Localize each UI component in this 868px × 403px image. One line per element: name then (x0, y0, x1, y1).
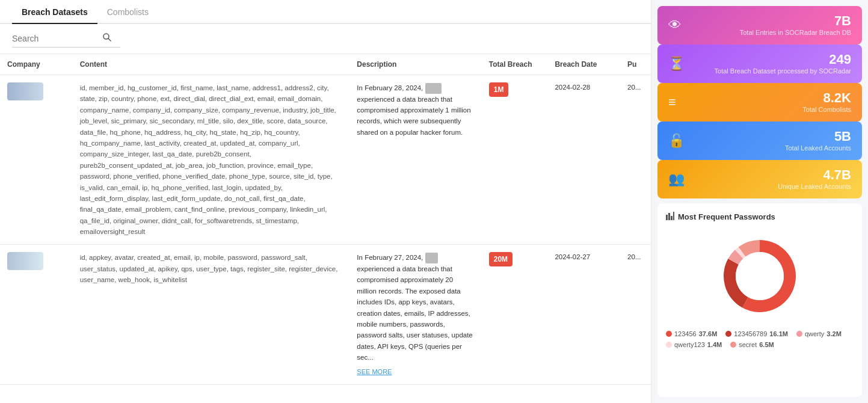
stat-value-unique-leaked-accounts: 4.7B (778, 168, 851, 182)
legend-label-123456: 123456 (674, 330, 697, 337)
content-cell-2: id, appkey, avatar, created_at, email, i… (73, 245, 350, 385)
search-icon[interactable] (102, 32, 112, 45)
stat-card-total-leaked-accounts: 🔓 5B Total Leaked Accounts (657, 122, 862, 160)
total-breach-cell-2: 20M (482, 245, 548, 385)
col-header-company: Company (0, 54, 73, 75)
stat-label-total-combolists: Total Combolists (802, 106, 851, 113)
desc-body-2: experienced a data breach that compromis… (357, 265, 472, 361)
company-logo-1 (7, 82, 43, 100)
chart-title: Most Frequent Passwords (666, 212, 854, 222)
col-header-total-breach: Total Breach (482, 54, 548, 75)
legend-label-123456789: 123456789 (734, 330, 767, 337)
col-header-description: Description (349, 54, 481, 75)
stat-value-total-leaked-accounts: 5B (785, 130, 851, 143)
legend-value-123456: 37.6M (699, 330, 718, 337)
legend-label-secret: secret (739, 341, 757, 348)
pub-cell-1: 20... (620, 75, 651, 245)
stat-icon-unique-leaked-accounts: 👥 (668, 171, 685, 187)
svg-rect-5 (673, 212, 674, 220)
legend-value-secret: 6.5M (759, 341, 774, 348)
tab-combolists[interactable]: Combolists (97, 0, 158, 24)
svg-line-1 (108, 38, 111, 41)
data-table-wrap: Company Content Description Total Breach… (0, 54, 651, 403)
stat-value-total-breach-dataset: 249 (715, 53, 851, 66)
legend-dot-123456789 (725, 331, 731, 337)
content-cell-1: id, member_id, hg_customer_id, first_nam… (73, 75, 350, 245)
blurred-company-name-1 (425, 83, 442, 94)
main-panel: Breach Datasets Combolists Company Conte… (0, 0, 651, 403)
description-cell-1: In February 28, 2024, experienced a data… (349, 75, 481, 245)
donut-chart (666, 228, 854, 324)
legend-item-qwerty: qwerty 3.2M (796, 330, 842, 337)
search-input-wrap (12, 32, 120, 48)
total-breach-cell-1: 1M (482, 75, 548, 245)
right-panel: 👁 7B Total Entries in SOCRadar Breach DB… (651, 0, 868, 403)
desc-prefix-2: In February 27, 2024, (357, 254, 423, 261)
table-row: id, member_id, hg_customer_id, first_nam… (0, 75, 651, 245)
stat-card-total-entries: 👁 7B Total Entries in SOCRadar Breach DB (657, 6, 862, 45)
breach-date-cell-2: 2024-02-27 (547, 245, 620, 385)
stat-label-total-leaked-accounts: Total Leaked Accounts (785, 144, 851, 152)
donut-center (736, 252, 784, 300)
stat-card-total-breach-dataset: ⏳ 249 Total Breach Dataset processed by … (657, 45, 862, 83)
breach-date-cell-1: 2024-02-28 (547, 75, 620, 245)
pub-cell-2: 20... (620, 245, 651, 385)
desc-body-1: experienced a data breach that compromis… (357, 96, 470, 136)
chart-section: Most Frequent Passwords 123456 37.6M 123… (657, 203, 862, 397)
stat-card-total-combolists: ≡ 8.2K Total Combolists (657, 83, 862, 122)
chart-legend: 123456 37.6M 123456789 16.1M qwerty 3.2M… (666, 330, 854, 348)
legend-value-123456789: 16.1M (769, 330, 788, 337)
svg-rect-2 (666, 215, 668, 220)
stat-value-total-entries: 7B (740, 14, 851, 28)
col-header-content: Content (73, 54, 350, 75)
stat-icon-total-entries: 👁 (668, 17, 682, 33)
breach-table: Company Content Description Total Breach… (0, 54, 651, 385)
see-more-link-2[interactable]: SEE MORE (357, 367, 474, 378)
col-header-pub: Pu (620, 54, 651, 75)
search-input[interactable] (12, 34, 102, 43)
legend-label-qwerty: qwerty (805, 330, 824, 337)
legend-label-qwerty123: qwerty123 (674, 341, 705, 348)
legend-item-123456789: 123456789 16.1M (725, 330, 788, 337)
stat-text-total-entries: 7B Total Entries in SOCRadar Breach DB (740, 14, 851, 36)
stat-icon-total-breach-dataset: ⏳ (668, 56, 685, 72)
col-header-breach-date: Breach Date (547, 54, 620, 75)
tab-breach-datasets[interactable]: Breach Datasets (12, 0, 97, 24)
description-cell-2: In February 27, 2024, experienced a data… (349, 245, 481, 385)
stat-label-total-entries: Total Entries in SOCRadar Breach DB (740, 29, 851, 36)
breach-badge-1: 1M (489, 82, 509, 97)
legend-value-qwerty: 3.2M (826, 330, 841, 337)
tabs-bar: Breach Datasets Combolists (0, 0, 651, 24)
company-cell-1 (0, 75, 73, 245)
stat-label-unique-leaked-accounts: Unique Leaked Accounts (778, 183, 851, 190)
stat-text-total-combolists: 8.2K Total Combolists (802, 91, 851, 113)
legend-dot-qwerty123 (666, 342, 672, 348)
table-row: id, appkey, avatar, created_at, email, i… (0, 245, 651, 385)
stat-text-total-breach-dataset: 249 Total Breach Dataset processed by SO… (715, 53, 851, 75)
svg-rect-4 (671, 216, 673, 220)
legend-item-123456: 123456 37.6M (666, 330, 717, 337)
stat-value-total-combolists: 8.2K (802, 91, 851, 105)
bar-chart-icon (666, 212, 674, 222)
svg-rect-3 (668, 213, 670, 220)
stat-cards: 👁 7B Total Entries in SOCRadar Breach DB… (657, 6, 862, 198)
legend-dot-secret (730, 342, 736, 348)
stat-icon-total-leaked-accounts: 🔓 (668, 133, 685, 149)
breach-badge-2: 20M (489, 252, 512, 266)
company-cell-2 (0, 245, 73, 385)
blurred-company-name-2 (425, 253, 438, 263)
legend-dot-qwerty (796, 331, 802, 337)
stat-text-unique-leaked-accounts: 4.7B Unique Leaked Accounts (778, 168, 851, 190)
desc-prefix-1: In February 28, 2024, (357, 84, 423, 91)
search-bar (0, 24, 651, 54)
company-logo-2 (7, 252, 43, 270)
stat-text-total-leaked-accounts: 5B Total Leaked Accounts (785, 130, 851, 152)
legend-dot-123456 (666, 331, 672, 337)
legend-item-qwerty123: qwerty123 1.4M (666, 341, 722, 348)
legend-item-secret: secret 6.5M (730, 341, 774, 348)
legend-value-qwerty123: 1.4M (707, 341, 722, 348)
stat-label-total-breach-dataset: Total Breach Dataset processed by SOCRad… (715, 67, 851, 75)
stat-card-unique-leaked-accounts: 👥 4.7B Unique Leaked Accounts (657, 160, 862, 198)
stat-icon-total-combolists: ≡ (668, 94, 676, 110)
